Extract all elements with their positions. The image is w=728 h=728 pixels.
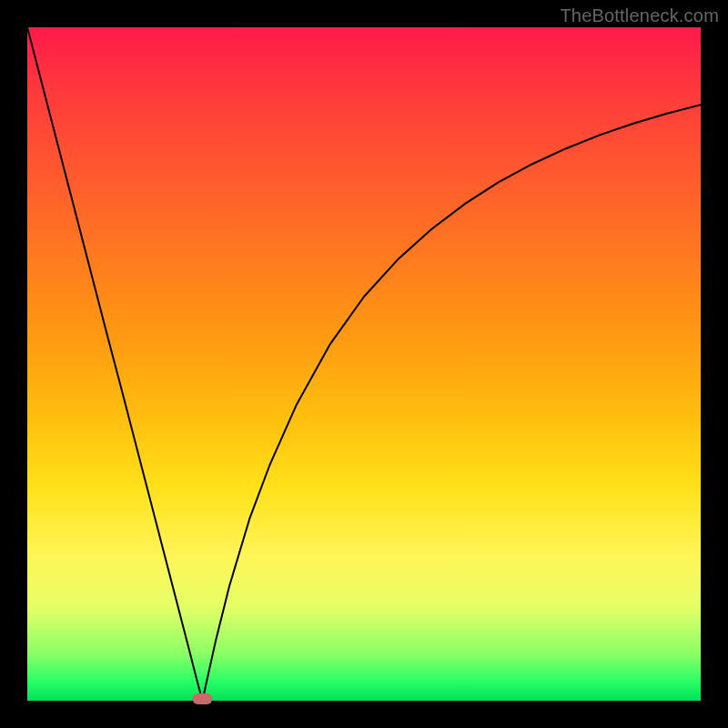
minimum-marker <box>192 693 212 704</box>
chart-frame: TheBottleneck.com <box>0 0 728 728</box>
curve-left-branch <box>27 27 202 701</box>
plot-area <box>27 27 701 701</box>
watermark-text: TheBottleneck.com <box>560 5 719 26</box>
curve-right-branch <box>202 105 701 701</box>
curve-layer <box>27 27 701 701</box>
